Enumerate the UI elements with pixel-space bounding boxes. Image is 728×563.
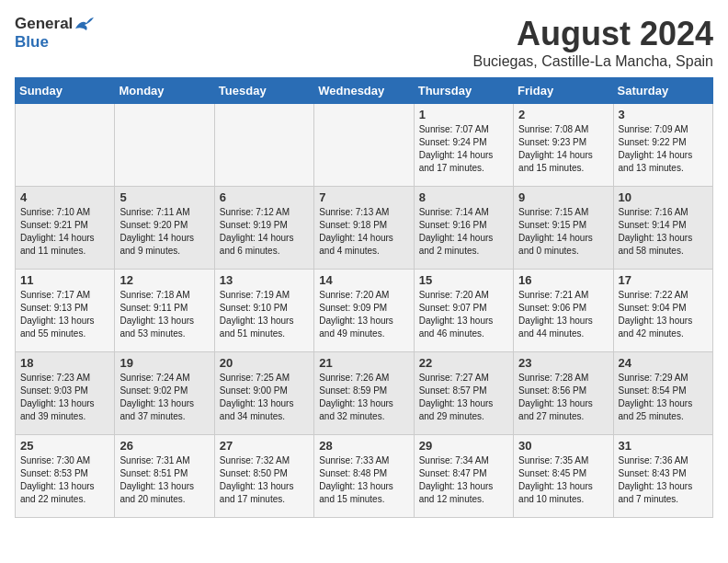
calendar-title: August 2024 <box>473 15 713 53</box>
calendar-cell <box>314 104 414 187</box>
logo: General Blue <box>15 15 94 52</box>
calendar-cell: 24Sunrise: 7:29 AM Sunset: 8:54 PM Dayli… <box>613 352 712 435</box>
calendar-cell: 7Sunrise: 7:13 AM Sunset: 9:18 PM Daylig… <box>314 187 414 270</box>
calendar-cell: 26Sunrise: 7:31 AM Sunset: 8:51 PM Dayli… <box>115 435 214 518</box>
calendar-cell: 4Sunrise: 7:10 AM Sunset: 9:21 PM Daylig… <box>16 187 115 270</box>
day-info: Sunrise: 7:11 AM Sunset: 9:20 PM Dayligh… <box>119 206 209 258</box>
day-number: 2 <box>518 108 608 121</box>
calendar-cell: 16Sunrise: 7:21 AM Sunset: 9:06 PM Dayli… <box>514 270 613 352</box>
calendar-cell: 6Sunrise: 7:12 AM Sunset: 9:19 PM Daylig… <box>214 187 313 270</box>
day-info: Sunrise: 7:15 AM Sunset: 9:15 PM Dayligh… <box>518 206 608 258</box>
day-number: 27 <box>220 439 309 453</box>
day-number: 22 <box>419 356 508 370</box>
day-info: Sunrise: 7:14 AM Sunset: 9:16 PM Dayligh… <box>419 206 508 258</box>
day-info: Sunrise: 7:31 AM Sunset: 8:51 PM Dayligh… <box>119 454 209 506</box>
day-info: Sunrise: 7:24 AM Sunset: 9:02 PM Dayligh… <box>119 372 209 423</box>
week-row-3: 11Sunrise: 7:17 AM Sunset: 9:13 PM Dayli… <box>16 270 713 352</box>
day-number: 14 <box>319 273 408 287</box>
day-number: 1 <box>419 108 508 121</box>
day-info: Sunrise: 7:23 AM Sunset: 9:03 PM Dayligh… <box>20 372 109 423</box>
day-number: 16 <box>518 273 608 287</box>
calendar-cell: 15Sunrise: 7:20 AM Sunset: 9:07 PM Dayli… <box>414 270 513 352</box>
calendar-cell: 3Sunrise: 7:09 AM Sunset: 9:22 PM Daylig… <box>613 104 712 187</box>
calendar-cell: 22Sunrise: 7:27 AM Sunset: 8:57 PM Dayli… <box>414 352 513 435</box>
logo-blue: Blue <box>15 33 49 52</box>
weekday-header-row: SundayMondayTuesdayWednesdayThursdayFrid… <box>16 78 713 104</box>
day-info: Sunrise: 7:28 AM Sunset: 8:56 PM Dayligh… <box>518 372 608 423</box>
day-number: 7 <box>319 190 408 204</box>
day-number: 8 <box>419 190 508 204</box>
day-info: Sunrise: 7:32 AM Sunset: 8:50 PM Dayligh… <box>220 454 309 506</box>
day-info: Sunrise: 7:18 AM Sunset: 9:11 PM Dayligh… <box>119 289 209 340</box>
calendar-cell <box>115 104 214 187</box>
calendar-subtitle: Buciegas, Castille-La Mancha, Spain <box>473 53 713 70</box>
day-number: 12 <box>119 273 209 287</box>
day-info: Sunrise: 7:26 AM Sunset: 8:59 PM Dayligh… <box>319 372 408 423</box>
week-row-1: 1Sunrise: 7:07 AM Sunset: 9:24 PM Daylig… <box>16 104 713 187</box>
weekday-header-sunday: Sunday <box>16 78 115 104</box>
calendar-cell: 8Sunrise: 7:14 AM Sunset: 9:16 PM Daylig… <box>414 187 513 270</box>
calendar-cell: 11Sunrise: 7:17 AM Sunset: 9:13 PM Dayli… <box>16 270 115 352</box>
calendar-cell: 19Sunrise: 7:24 AM Sunset: 9:02 PM Dayli… <box>115 352 214 435</box>
day-number: 20 <box>220 356 309 370</box>
page-header: General Blue August 2024 Buciegas, Casti… <box>15 15 713 70</box>
weekday-header-friday: Friday <box>514 78 613 104</box>
day-number: 28 <box>319 439 408 453</box>
day-info: Sunrise: 7:30 AM Sunset: 8:53 PM Dayligh… <box>20 454 109 506</box>
day-info: Sunrise: 7:35 AM Sunset: 8:45 PM Dayligh… <box>518 454 608 506</box>
day-info: Sunrise: 7:10 AM Sunset: 9:21 PM Dayligh… <box>20 206 109 258</box>
week-row-2: 4Sunrise: 7:10 AM Sunset: 9:21 PM Daylig… <box>16 187 713 270</box>
calendar-cell: 18Sunrise: 7:23 AM Sunset: 9:03 PM Dayli… <box>16 352 115 435</box>
calendar-cell: 13Sunrise: 7:19 AM Sunset: 9:10 PM Dayli… <box>214 270 313 352</box>
calendar-cell: 23Sunrise: 7:28 AM Sunset: 8:56 PM Dayli… <box>514 352 613 435</box>
calendar-cell: 10Sunrise: 7:16 AM Sunset: 9:14 PM Dayli… <box>613 187 712 270</box>
calendar-cell: 9Sunrise: 7:15 AM Sunset: 9:15 PM Daylig… <box>514 187 613 270</box>
logo-general: General <box>15 15 73 33</box>
day-number: 25 <box>20 439 109 453</box>
day-info: Sunrise: 7:13 AM Sunset: 9:18 PM Dayligh… <box>319 206 408 258</box>
day-number: 6 <box>220 190 309 204</box>
calendar-cell: 12Sunrise: 7:18 AM Sunset: 9:11 PM Dayli… <box>115 270 214 352</box>
day-info: Sunrise: 7:19 AM Sunset: 9:10 PM Dayligh… <box>220 289 309 340</box>
day-info: Sunrise: 7:34 AM Sunset: 8:47 PM Dayligh… <box>419 454 508 506</box>
calendar-cell: 28Sunrise: 7:33 AM Sunset: 8:48 PM Dayli… <box>314 435 414 518</box>
calendar-cell: 14Sunrise: 7:20 AM Sunset: 9:09 PM Dayli… <box>314 270 414 352</box>
title-area: August 2024 Buciegas, Castille-La Mancha… <box>473 15 713 70</box>
day-info: Sunrise: 7:07 AM Sunset: 9:24 PM Dayligh… <box>419 123 508 175</box>
weekday-header-tuesday: Tuesday <box>214 78 313 104</box>
weekday-header-monday: Monday <box>115 78 214 104</box>
day-number: 24 <box>619 356 708 370</box>
calendar-table: SundayMondayTuesdayWednesdayThursdayFrid… <box>15 77 713 518</box>
day-number: 18 <box>20 356 109 370</box>
calendar-cell: 1Sunrise: 7:07 AM Sunset: 9:24 PM Daylig… <box>414 104 513 187</box>
day-number: 13 <box>220 273 309 287</box>
calendar-cell: 17Sunrise: 7:22 AM Sunset: 9:04 PM Dayli… <box>613 270 712 352</box>
weekday-header-saturday: Saturday <box>613 78 712 104</box>
week-row-4: 18Sunrise: 7:23 AM Sunset: 9:03 PM Dayli… <box>16 352 713 435</box>
week-row-5: 25Sunrise: 7:30 AM Sunset: 8:53 PM Dayli… <box>16 435 713 518</box>
calendar-cell: 21Sunrise: 7:26 AM Sunset: 8:59 PM Dayli… <box>314 352 414 435</box>
day-info: Sunrise: 7:22 AM Sunset: 9:04 PM Dayligh… <box>619 289 708 340</box>
calendar-cell: 30Sunrise: 7:35 AM Sunset: 8:45 PM Dayli… <box>514 435 613 518</box>
day-number: 9 <box>518 190 608 204</box>
day-number: 31 <box>619 439 708 453</box>
calendar-cell: 20Sunrise: 7:25 AM Sunset: 9:00 PM Dayli… <box>214 352 313 435</box>
day-number: 17 <box>619 273 708 287</box>
day-info: Sunrise: 7:12 AM Sunset: 9:19 PM Dayligh… <box>220 206 309 258</box>
day-info: Sunrise: 7:20 AM Sunset: 9:07 PM Dayligh… <box>419 289 508 340</box>
weekday-header-thursday: Thursday <box>414 78 513 104</box>
calendar-cell: 31Sunrise: 7:36 AM Sunset: 8:43 PM Dayli… <box>613 435 712 518</box>
day-info: Sunrise: 7:33 AM Sunset: 8:48 PM Dayligh… <box>319 454 408 506</box>
day-info: Sunrise: 7:36 AM Sunset: 8:43 PM Dayligh… <box>619 454 708 506</box>
day-info: Sunrise: 7:29 AM Sunset: 8:54 PM Dayligh… <box>619 372 708 423</box>
day-number: 19 <box>119 356 209 370</box>
calendar-body: 1Sunrise: 7:07 AM Sunset: 9:24 PM Daylig… <box>16 104 713 518</box>
calendar-cell <box>214 104 313 187</box>
day-number: 11 <box>20 273 109 287</box>
calendar-cell: 2Sunrise: 7:08 AM Sunset: 9:23 PM Daylig… <box>514 104 613 187</box>
day-number: 23 <box>518 356 608 370</box>
calendar-cell: 29Sunrise: 7:34 AM Sunset: 8:47 PM Dayli… <box>414 435 513 518</box>
day-info: Sunrise: 7:16 AM Sunset: 9:14 PM Dayligh… <box>619 206 708 258</box>
day-number: 5 <box>119 190 209 204</box>
calendar-cell <box>16 104 115 187</box>
